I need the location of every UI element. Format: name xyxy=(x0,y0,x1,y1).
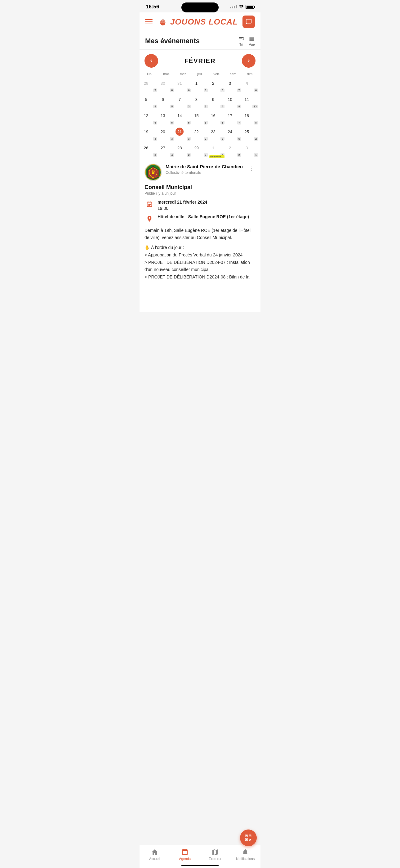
view-label: Vue xyxy=(249,42,255,46)
calendar-week-3: 125 135 145 153 163 177 188 xyxy=(139,110,261,126)
more-dots-icon: ⋮ xyxy=(248,165,254,171)
calendar-icon xyxy=(144,199,155,209)
svg-rect-14 xyxy=(149,205,150,206)
cal-day-27[interactable]: 274 xyxy=(158,143,174,159)
calendar-nav: FÉVRIER xyxy=(139,53,261,71)
sort-label: Tri xyxy=(239,42,243,46)
page-title: Mes événements xyxy=(145,37,200,45)
calendar-week-4: 194 203 213 222 232 245 252 xyxy=(139,126,261,143)
event-published: Publié il y a un jour xyxy=(144,191,256,195)
cal-day-4[interactable]: 46 xyxy=(242,78,259,94)
cal-day-2[interactable]: 26 xyxy=(209,78,225,94)
cal-day-7[interactable]: 73 xyxy=(175,94,191,110)
status-icons xyxy=(230,4,254,9)
cal-day-10[interactable]: 109 xyxy=(226,94,242,110)
day-header-sat: sam. xyxy=(225,71,242,77)
logo-text: JOUONS LOCAL xyxy=(170,17,238,27)
cal-day-31-jan[interactable]: 316 xyxy=(175,78,191,94)
cal-day-24[interactable]: 245 xyxy=(226,126,242,143)
cal-day-5[interactable]: 54 xyxy=(141,94,158,110)
organizer-type: Collectivité territoriale xyxy=(166,170,243,175)
svg-rect-13 xyxy=(148,205,148,206)
cal-day-6[interactable]: 65 xyxy=(158,94,174,110)
cal-day-11[interactable]: 1113 xyxy=(242,94,259,110)
app-logo: JOUONS LOCAL xyxy=(157,16,238,27)
event-title: Conseil Municipal xyxy=(144,184,256,191)
bee-logo-icon xyxy=(157,16,168,27)
organizer-info: Mairie de Saint-Pierre-de-Chandieu Colle… xyxy=(166,164,243,175)
cal-day-20[interactable]: 203 xyxy=(158,126,174,143)
event-card: ♛ Mairie de Saint-Pierre-de-Chandieu Col… xyxy=(139,159,261,312)
cal-day-12[interactable]: 125 xyxy=(141,110,158,126)
event-location-row: Hôtel de ville - Salle Eugène ROE (1er é… xyxy=(144,214,256,224)
event-more-button[interactable]: ⋮ xyxy=(247,164,256,172)
page-title-bar: Mes événements Tri Vue xyxy=(139,31,261,50)
cal-day-16[interactable]: 163 xyxy=(209,110,225,126)
status-notch xyxy=(181,2,219,12)
day-header-fri: ven. xyxy=(208,71,225,77)
svg-rect-12 xyxy=(151,204,151,205)
cal-day-29[interactable]: 292 xyxy=(192,143,208,159)
wifi-icon xyxy=(239,4,244,9)
cal-day-14[interactable]: 145 xyxy=(175,110,191,126)
cal-day-22[interactable]: 222 xyxy=(192,126,208,143)
organizer-logo: ♛ xyxy=(144,164,162,181)
cal-day-15[interactable]: 153 xyxy=(192,110,208,126)
status-time: 16:56 xyxy=(146,4,159,10)
next-month-button[interactable] xyxy=(242,54,256,68)
day-header-wed: mer. xyxy=(175,71,192,77)
svg-point-5 xyxy=(163,19,163,19)
calendar-section: FÉVRIER lun. mar. mer. jeu. ven. sam. di… xyxy=(139,50,261,159)
cal-day-18[interactable]: 188 xyxy=(242,110,259,126)
cal-day-23[interactable]: 232 xyxy=(209,126,225,143)
event-tag-saint-pierre: Saint-Pierre-de-Chandieu xyxy=(209,155,225,158)
cal-day-3[interactable]: 37 xyxy=(226,78,242,94)
agenda-item-1: > Approbation du Procès Verbal du 24 jan… xyxy=(144,251,256,259)
organizer-name: Mairie de Saint-Pierre-de-Chandieu xyxy=(166,164,243,170)
cal-day-9[interactable]: 94 xyxy=(209,94,225,110)
view-button[interactable]: Vue xyxy=(249,36,255,46)
cal-day-13[interactable]: 135 xyxy=(158,110,174,126)
cal-day-1-mar[interactable]: 14 Saint-Pierre-de-Chandieu xyxy=(209,143,225,159)
svg-point-4 xyxy=(162,19,163,19)
signal-icon xyxy=(230,5,237,8)
agenda-title: ✋ À l'ordre du jour : xyxy=(144,244,256,251)
location-icon xyxy=(144,214,155,224)
status-bar: 16:56 xyxy=(139,0,261,12)
cal-day-29-jan[interactable]: 297 xyxy=(141,78,158,94)
day-header-tue: mar. xyxy=(158,71,175,77)
cal-day-19[interactable]: 194 xyxy=(141,126,158,143)
cal-day-25[interactable]: 252 xyxy=(242,126,259,143)
event-location: Hôtel de ville - Salle Eugène ROE (1er é… xyxy=(158,214,249,219)
day-header-mon: lun. xyxy=(141,71,158,77)
menu-button[interactable] xyxy=(145,19,153,24)
calendar-week-5: 263 274 282 292 14 Saint-Pierre-de-Chand… xyxy=(139,143,261,159)
event-time: 19:00 xyxy=(158,206,168,211)
event-date: mercredi 21 février 2024 xyxy=(158,199,207,205)
cal-day-28[interactable]: 282 xyxy=(175,143,191,159)
event-agenda: ✋ À l'ordre du jour : > Approbation du P… xyxy=(144,244,256,281)
day-header-thu: jeu. xyxy=(192,71,208,77)
cal-day-8[interactable]: 83 xyxy=(192,94,208,110)
event-date-row: mercredi 21 février 2024 19:00 xyxy=(144,199,256,211)
sort-button[interactable]: Tri xyxy=(238,36,244,46)
event-date-text: mercredi 21 février 2024 19:00 xyxy=(158,199,207,211)
cal-day-17[interactable]: 177 xyxy=(226,110,242,126)
cal-day-21[interactable]: 213 xyxy=(175,126,191,143)
cal-day-2-mar[interactable]: 22 xyxy=(226,143,242,159)
chat-button[interactable] xyxy=(242,16,255,28)
agenda-item-3: > PROJET DE DÉLIBÉRATION D2024-08 : Bila… xyxy=(144,274,256,281)
title-actions: Tri Vue xyxy=(238,36,255,46)
svg-text:♛: ♛ xyxy=(151,169,156,176)
svg-rect-10 xyxy=(148,204,148,205)
cal-day-1[interactable]: 16 xyxy=(192,78,208,94)
calendar-day-headers: lun. mar. mer. jeu. ven. sam. dim. xyxy=(139,71,261,77)
event-location-text: Hôtel de ville - Salle Eugène ROE (1er é… xyxy=(158,214,249,220)
day-header-sun: dim. xyxy=(242,71,259,77)
prev-month-button[interactable] xyxy=(144,54,158,68)
cal-day-30-jan[interactable]: 308 xyxy=(158,78,174,94)
cal-day-3-mar[interactable]: 31 xyxy=(242,143,259,159)
cal-day-26[interactable]: 263 xyxy=(141,143,158,159)
svg-rect-11 xyxy=(149,204,150,205)
app-header: JOUONS LOCAL xyxy=(139,12,261,31)
